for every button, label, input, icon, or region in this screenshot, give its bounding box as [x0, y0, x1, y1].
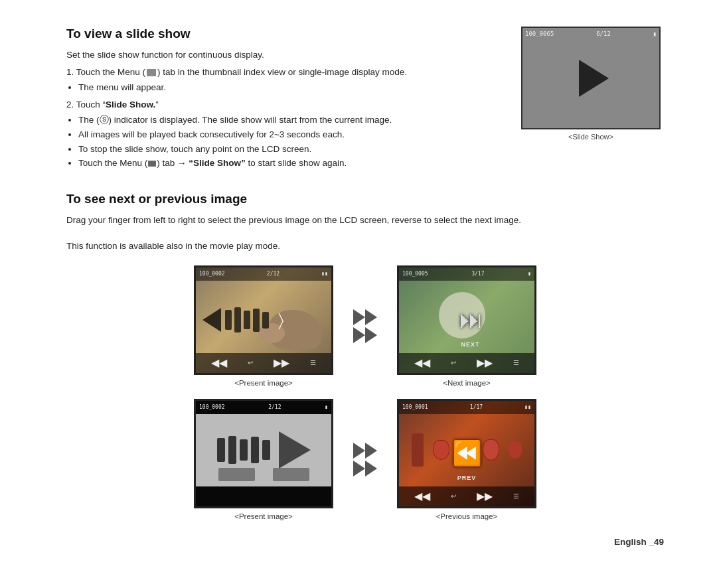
ffwd-btn-3: ▶▶ — [477, 490, 493, 502]
tri3 — [353, 327, 365, 343]
between-arrow-1 — [353, 309, 377, 343]
bars-group — [217, 436, 270, 464]
present2-battery: ▮ — [325, 404, 328, 410]
step2-text: Touch “Slide Show.” — [76, 100, 159, 110]
slideshow-screen: 100_0065 6/12 ▮ — [521, 27, 661, 129]
bar1 — [225, 310, 232, 330]
section1-bullets: The (ⓢ) indicator is displayed. The slid… — [78, 113, 498, 170]
skip-next-icon: ⏭ — [459, 306, 483, 334]
double-arrow-1 — [353, 309, 377, 343]
present1-caption: <Present image> — [234, 379, 293, 387]
rewind-btn-2: ◀◀ — [414, 356, 430, 369]
footer-text: English _49 — [614, 537, 664, 547]
swipe-bars — [225, 307, 269, 332]
section1-image: 100_0065 6/12 ▮ <Slide Show> — [518, 27, 664, 171]
screen-info: 100_0065 — [525, 31, 554, 37]
prev-info: 100_0001 — [402, 404, 428, 410]
left-arrow — [202, 308, 221, 332]
prev-bg: 100_0001 1/17 ▮▮ ⏪ PR — [399, 401, 534, 506]
bar5 — [262, 312, 269, 329]
screen-counter: 6/12 — [596, 31, 611, 37]
gray-block-left — [218, 468, 255, 481]
present-screen-2: 100_0002 2/12 ▮ — [194, 399, 333, 508]
prev-label: PREV — [457, 475, 477, 481]
hand-icon: 〉 — [278, 310, 284, 331]
gray-block-right — [273, 468, 309, 481]
slideshow-screen-inner: 100_0065 6/12 ▮ — [522, 28, 659, 128]
bullet4: Touch the Menu () tab → “Slide Show” to … — [78, 156, 498, 171]
ffwd-btn-2: ▶▶ — [477, 356, 493, 369]
prev-image-block: 100_0001 1/17 ▮▮ ⏪ PR — [397, 399, 536, 520]
slideshow-caption: <Slide Show> — [568, 133, 613, 141]
battery-icon: ▮ — [653, 31, 657, 37]
berry1 — [433, 440, 449, 460]
bar2 — [234, 307, 241, 332]
tri2 — [365, 309, 377, 325]
image-row-1: 100_0002 2/12 ▮▮ — [66, 265, 664, 387]
present-image-2-block: 100_0002 2/12 ▮ — [194, 399, 333, 520]
cam-bottom-bar-1: ◀◀ ↩ ▶▶ ☰ — [196, 353, 331, 373]
present2-caption: <Present image> — [234, 512, 293, 520]
tri7 — [353, 461, 365, 477]
present2-outer: 100_0002 2/12 ▮ — [196, 401, 331, 506]
ffwd-btn: ▶▶ — [274, 356, 289, 369]
bar4 — [253, 309, 260, 332]
next-caption: <Next image> — [443, 379, 491, 387]
play-icon — [579, 60, 609, 97]
step2: 2. Touch “Slide Show.” — [66, 98, 498, 112]
step1-mid: ) tab in the thumbnail index view or sin… — [157, 67, 407, 77]
present1-info: 100_0002 — [199, 271, 225, 277]
cam-top-bar-2: 100_0005 3/17 ▮ — [399, 267, 534, 281]
right-arrow-big — [279, 431, 311, 469]
page-footer: English _49 — [614, 537, 664, 547]
step1-bullet1: The menu will appear. — [78, 80, 498, 95]
step2-label: Slide Show. — [106, 100, 155, 110]
prev-screen: 100_0001 1/17 ▮▮ ⏪ PR — [397, 399, 536, 508]
menu-icon-bottom: ☰ — [310, 359, 316, 366]
berry3 — [483, 439, 499, 461]
next-info: 100_0005 — [402, 271, 428, 277]
next-screen: 100_0005 3/17 ▮ ⏭ NEXT ◀◀ ↩ ▶▶ ☰ — [397, 265, 536, 375]
bar-c — [240, 439, 248, 461]
between-arrow-2 — [353, 443, 377, 477]
cam-top-bar-3: 100_0002 2/12 ▮ — [196, 401, 331, 414]
next-image-block: 100_0005 3/17 ▮ ⏭ NEXT ◀◀ ↩ ▶▶ ☰ — [397, 265, 536, 387]
step1: 1. Touch the Menu () tab in the thumbnai… — [66, 65, 498, 80]
rewind-btn: ◀◀ — [211, 356, 227, 369]
arrow-row-bottom — [353, 327, 377, 343]
arrow-row-top — [353, 309, 377, 325]
menu-icon-bottom-2: ☰ — [513, 359, 519, 366]
berry4 — [509, 441, 522, 459]
next-battery: ▮ — [528, 271, 531, 277]
cam-top-bar-1: 100_0002 2/12 ▮▮ — [196, 267, 331, 281]
cam-bottom-3 — [196, 486, 331, 506]
bar-b — [228, 436, 236, 464]
section1-text: To view a slide show Set the slide show … — [66, 27, 498, 171]
bar3 — [244, 311, 250, 329]
next-label: NEXT — [461, 341, 480, 348]
step2-number: 2. — [66, 100, 74, 110]
screen-top-bar: 100_0065 6/12 ▮ — [525, 31, 657, 37]
section1: To view a slide show Set the slide show … — [66, 27, 664, 171]
bullet3: To stop the slide show, touch any point … — [78, 142, 498, 157]
arrow-row-bottom-2 — [353, 461, 377, 477]
prev-caption: <Previous image> — [436, 512, 498, 520]
section2-title: To see next or previous image — [66, 192, 664, 206]
present1-bg: 100_0002 2/12 ▮▮ — [196, 267, 331, 373]
step1-number: 1. — [66, 67, 74, 77]
back-icon-2: ↩ — [451, 359, 456, 366]
back-icon-3: ↩ — [451, 492, 456, 500]
step1-bullets: The menu will appear. — [78, 80, 498, 95]
menu-icon-bottom-3: ☰ — [513, 492, 519, 500]
next-bg: 100_0005 3/17 ▮ ⏭ NEXT ◀◀ ↩ ▶▶ ☰ — [399, 267, 534, 373]
swipe-indicator: 〉 — [202, 307, 284, 332]
section2-desc2: This function is available also in the m… — [66, 239, 664, 254]
mini-menu-icon — [148, 161, 156, 167]
tri1 — [353, 309, 365, 325]
present2-info: 100_0002 — [199, 404, 225, 410]
present-image-1-block: 100_0002 2/12 ▮▮ — [194, 265, 333, 387]
bullet1: The (ⓢ) indicator is displayed. The slid… — [78, 113, 498, 127]
rewind-btn-3: ◀◀ — [414, 490, 430, 502]
page: To view a slide show Set the slide show … — [0, 0, 717, 560]
present1-battery: ▮▮ — [321, 271, 328, 277]
